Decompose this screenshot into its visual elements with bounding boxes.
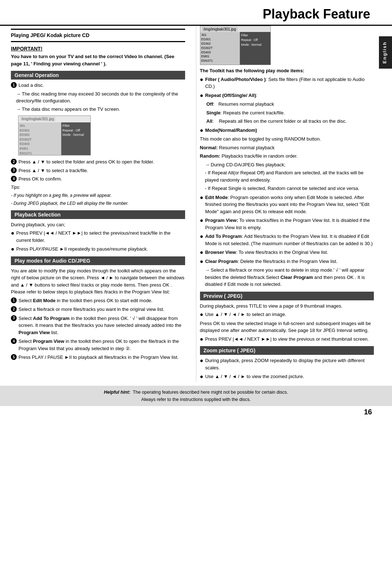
preview-jpeg-header: Preview ( JPEG) xyxy=(200,292,374,300)
zoom-jpeg-header: Zoom picture ( JPEG) xyxy=(200,346,374,355)
screenshot-file-list: 301 ED301 ED302 ED302T ED403 EM01 EM1071 xyxy=(19,122,61,155)
helpful-hint-label: Helpful hint: xyxy=(104,390,131,395)
pm-step-2-circle: 2 xyxy=(11,306,17,312)
preview-bullet-1: ● Use ▲ / ▼ / ◄ / ► to select an image. xyxy=(200,311,374,318)
pm-step-5-text: Press PLAY / PAUSE ►II to playback all f… xyxy=(19,354,179,361)
random-sub-2: - If Repeat Single is selected, Random c… xyxy=(200,185,374,192)
screenshot-left: /img/imgbak/301.jpg 301 ED301 ED302 ED30… xyxy=(18,115,91,155)
pm-step-5-circle: 5 xyxy=(11,354,17,360)
pm-step-1: 1 Select Edit Mode in the toolkit then p… xyxy=(11,297,185,304)
edit-mode-text: Edit Mode: Program operation works only … xyxy=(205,194,374,215)
go-step-2: 2 Press ▲ / ▼ to select the folder and p… xyxy=(11,158,185,166)
playback-bullet-2-text: Press PLAY/PAUSE ►II repeatedly to pause… xyxy=(16,246,148,253)
edit-mode-bullet: ● Edit Mode: Program operation works onl… xyxy=(200,194,374,215)
preview-text-1: Press OK to view the selected image in f… xyxy=(200,320,374,334)
program-view-text: Program View: To view tracks/files in th… xyxy=(205,217,374,231)
preview-bullet-2-text: Press PREV |◄◄ / NEXT ►►| to view the pr… xyxy=(205,336,369,343)
screenshot-right-title: /img/imgbak/301.jpg xyxy=(202,27,238,32)
filter-bullet: ● Filter ( Audio/Photo/Video ): Sets fil… xyxy=(200,76,374,90)
repeat-bullet: ● Repeat (Off/Single/ All): xyxy=(200,92,374,99)
random-sub-1: - If Repeat All(or Repeat Off) and Rando… xyxy=(200,169,374,183)
repeat-off: Off: Resumes normal playback xyxy=(207,101,374,108)
add-to-program-bullet: ● Add To Program: Add files/tracks to th… xyxy=(200,233,374,247)
playback-bullet-1-text: Press PREV |◄◄ / NEXT ►►| to select the … xyxy=(16,230,185,244)
random-arrow: During CD-DA/JPEG files playback; xyxy=(200,161,374,169)
mode-bullet-icon: ● xyxy=(200,127,204,134)
zoom-bullet-1: ● During playback, press ZOOM repeatedly… xyxy=(200,357,374,371)
preview-icon-1: ● xyxy=(200,311,204,318)
bullet-icon-1: ● xyxy=(11,230,15,236)
step-2-circle: 2 xyxy=(11,159,17,165)
pm-step-3-circle: 3 xyxy=(11,315,17,321)
edit-mode-icon: ● xyxy=(200,194,204,201)
clear-program-icon: ● xyxy=(200,258,204,265)
mode-header-text: Mode(Normal/Random) xyxy=(205,127,257,134)
screenshot-right-filelist: 301 ED301 ED302 ED302T ED403 EM01 EM1071 xyxy=(200,32,240,65)
helpful-hint-text: The operating features described here mi… xyxy=(133,390,288,395)
main-content: Playing JPEG/ Kodak picture CD IMPORTANT… xyxy=(0,26,392,382)
pm-step-4: 4 Select Program View in the toolkit the… xyxy=(11,338,185,352)
pm-step-4-text: Select Program View in the toolkit then … xyxy=(19,338,185,352)
left-column: Playing JPEG/ Kodak picture CD IMPORTANT… xyxy=(11,26,189,382)
zoom-icon-1: ● xyxy=(200,357,204,364)
mode-text: This mode can also be toggled by using R… xyxy=(200,135,374,143)
normal-text: Normal: Resumes normal playback xyxy=(200,144,374,151)
repeat-details: Off: Resumes normal playback Single: Rep… xyxy=(200,101,374,125)
program-view-bullet: ● Program View: To view tracks/files in … xyxy=(200,217,374,231)
playing-header: Playing JPEG/ Kodak picture CD xyxy=(11,29,185,42)
playback-bullet-1: ● Press PREV |◄◄ / NEXT ►►| to select th… xyxy=(11,230,185,244)
general-operation-header: General Operation xyxy=(11,71,185,80)
step-4-text: Press OK to confirm. xyxy=(19,175,62,183)
add-to-program-text: Add To Program: Add files/tracks to the … xyxy=(205,233,374,247)
general-operation-list: 1 Load a disc. xyxy=(11,82,185,89)
go-step-3: 3 Press ▲ / ▼ to select a track/file. xyxy=(11,167,185,174)
mode-bullet: ● Mode(Normal/Random) xyxy=(200,127,374,134)
step-2-text: Press ▲ / ▼ to select the folder and pre… xyxy=(19,158,154,166)
toolkit-intro: The Toolkit has the following play mode … xyxy=(200,67,374,74)
go-step-4: 4 Press OK to confirm. xyxy=(11,175,185,183)
step-1-text: Load a disc. xyxy=(19,82,44,89)
pm-step-3: 3 Select Add To Program in the toolkit t… xyxy=(11,315,185,336)
clear-program-arrow: Select a file/track or more you want to … xyxy=(200,267,374,288)
screenshot-settings: Filter Repeat : Off Mode : Normal xyxy=(61,122,90,155)
screenshot-right-settings: Filter Repeat : Off Mode : Normal xyxy=(240,32,270,65)
tips-label: Tips: xyxy=(11,184,185,191)
repeat-single: Single: Repeats the current track/file. xyxy=(207,109,374,117)
repeat-all: All: Repeats all files on the current fo… xyxy=(207,118,374,125)
preview-intro: During playback, press TITLE to view a p… xyxy=(200,303,374,310)
filter-bullet-text: Filter ( Audio/Photo/Video ): Sets file … xyxy=(205,76,374,90)
repeat-bullet-icon: ● xyxy=(200,92,204,99)
screenshot-right: /img/imgbak/301.jpg 301 ED301 ED302 ED30… xyxy=(200,26,271,65)
page-title-bar: Playback Feature xyxy=(0,0,392,26)
step-3-text: Press ▲ / ▼ to select a track/file. xyxy=(19,167,88,174)
step-4-circle: 4 xyxy=(11,176,17,182)
playback-selection-intro: During playback, you can; xyxy=(11,221,185,228)
zoom-icon-2: ● xyxy=(200,373,204,380)
pm-step-1-text: Select Edit Mode in the toolkit then pre… xyxy=(19,297,152,304)
clear-program-bullet: ● Clear Program: Delete the files/tracks… xyxy=(200,258,374,265)
general-steps-list: 2 Press ▲ / ▼ to select the folder and p… xyxy=(11,158,185,183)
play-modes-intro: You are able to modify the play modes th… xyxy=(11,267,185,296)
repeat-header-text: Repeat (Off/Single/ All): xyxy=(205,92,257,99)
filter-bullet-icon: ● xyxy=(200,76,204,83)
tips-line-2: - During JPEG playback, the LED will dis… xyxy=(11,200,185,207)
screenshot-title: /img/imgbak/301.jpg xyxy=(20,117,56,121)
playback-bullet-2: ● Press PLAY/PAUSE ►II repeatedly to pau… xyxy=(11,246,185,253)
important-text: You have to turn on your TV and set to t… xyxy=(11,53,185,67)
zoom-bullet-2: ● Use ▲ / ▼ / ◄ / ► to view the zoomed p… xyxy=(200,373,374,380)
browser-view-icon: ● xyxy=(200,249,204,256)
clear-program-text: Clear Program: Delete the files/tracks i… xyxy=(205,258,338,265)
step1-arrow-1: The disc reading time may exceed 30 seco… xyxy=(11,90,185,105)
helpful-hint: Helpful hint: The operating features des… xyxy=(0,386,392,406)
tips-line-1: - If you highlight on a jpeg file, a pre… xyxy=(11,192,185,199)
helpful-hint-text2: Always refer to the instructions supplie… xyxy=(141,397,251,402)
pm-step-4-circle: 4 xyxy=(11,338,17,344)
preview-bullet-1-text: Use ▲ / ▼ / ◄ / ► to select an image. xyxy=(205,311,286,318)
random-text: Random: Playbacks track/file in random o… xyxy=(200,153,374,160)
step-3-circle: 3 xyxy=(11,167,17,173)
page-number: 16 xyxy=(0,406,392,419)
zoom-bullet-1-text: During playback, press ZOOM repeatedly t… xyxy=(205,357,374,371)
go-step-1: 1 Load a disc. xyxy=(11,82,185,89)
preview-icon-2: ● xyxy=(200,336,204,342)
playback-selection-header: Playback Selection xyxy=(11,210,185,219)
